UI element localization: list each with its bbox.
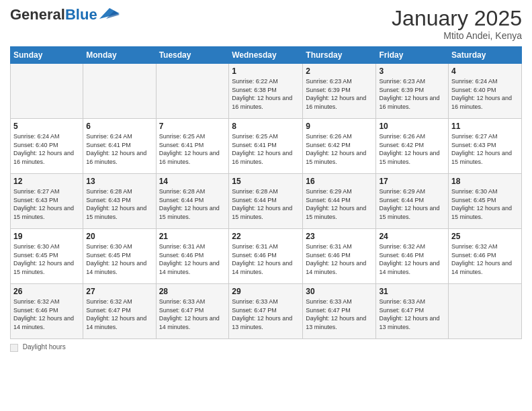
day-info: Sunrise: 6:31 AM Sunset: 6:46 PM Dayligh… xyxy=(306,242,373,276)
calendar-week-row: 26Sunrise: 6:32 AM Sunset: 6:46 PM Dayli… xyxy=(11,284,522,339)
day-number: 17 xyxy=(379,177,445,186)
calendar-week-row: 1Sunrise: 6:22 AM Sunset: 6:38 PM Daylig… xyxy=(11,64,522,119)
day-header-monday: Monday xyxy=(83,47,156,64)
calendar-cell: 12Sunrise: 6:27 AM Sunset: 6:43 PM Dayli… xyxy=(11,174,83,229)
day-info: Sunrise: 6:24 AM Sunset: 6:40 PM Dayligh… xyxy=(13,132,80,166)
day-number: 10 xyxy=(379,122,445,131)
calendar-cell xyxy=(11,64,83,119)
day-number: 24 xyxy=(379,232,445,241)
calendar-cell: 23Sunrise: 6:31 AM Sunset: 6:46 PM Dayli… xyxy=(303,229,376,284)
calendar-header-row: SundayMondayTuesdayWednesdayThursdayFrid… xyxy=(11,47,522,64)
calendar-cell: 8Sunrise: 6:25 AM Sunset: 6:41 PM Daylig… xyxy=(229,119,303,174)
calendar-cell: 13Sunrise: 6:28 AM Sunset: 6:43 PM Dayli… xyxy=(83,174,156,229)
day-number: 20 xyxy=(86,232,152,241)
day-info: Sunrise: 6:29 AM Sunset: 6:44 PM Dayligh… xyxy=(306,187,373,221)
day-info: Sunrise: 6:33 AM Sunset: 6:47 PM Dayligh… xyxy=(159,298,226,331)
day-number: 7 xyxy=(159,122,226,131)
calendar-cell: 31Sunrise: 6:33 AM Sunset: 6:47 PM Dayli… xyxy=(376,284,449,339)
calendar-cell: 9Sunrise: 6:26 AM Sunset: 6:42 PM Daylig… xyxy=(303,119,376,174)
logo-text: GeneralBlue xyxy=(10,7,97,22)
day-number: 13 xyxy=(86,177,152,186)
day-header-wednesday: Wednesday xyxy=(229,47,303,64)
calendar-cell: 24Sunrise: 6:32 AM Sunset: 6:46 PM Dayli… xyxy=(376,229,449,284)
day-info: Sunrise: 6:29 AM Sunset: 6:44 PM Dayligh… xyxy=(379,187,445,221)
calendar-cell: 15Sunrise: 6:28 AM Sunset: 6:44 PM Dayli… xyxy=(229,174,303,229)
day-number: 11 xyxy=(451,122,519,131)
day-info: Sunrise: 6:26 AM Sunset: 6:42 PM Dayligh… xyxy=(379,132,445,166)
day-number: 19 xyxy=(13,232,80,241)
daylight-label: Daylight hours xyxy=(23,343,66,351)
calendar-cell xyxy=(449,284,522,339)
calendar-cell: 3Sunrise: 6:23 AM Sunset: 6:39 PM Daylig… xyxy=(376,64,449,119)
logo-general: General xyxy=(10,6,65,23)
day-info: Sunrise: 6:33 AM Sunset: 6:47 PM Dayligh… xyxy=(379,298,445,331)
calendar-cell: 5Sunrise: 6:24 AM Sunset: 6:40 PM Daylig… xyxy=(11,119,83,174)
daylight-legend: Daylight hours xyxy=(10,343,66,351)
daylight-box xyxy=(10,344,18,352)
day-header-saturday: Saturday xyxy=(449,47,522,64)
day-info: Sunrise: 6:25 AM Sunset: 6:41 PM Dayligh… xyxy=(159,132,226,166)
day-number: 30 xyxy=(306,287,373,296)
logo-icon xyxy=(99,7,120,20)
day-number: 6 xyxy=(86,122,152,131)
day-info: Sunrise: 6:32 AM Sunset: 6:46 PM Dayligh… xyxy=(13,298,80,331)
footer: Daylight hours xyxy=(10,343,522,351)
day-info: Sunrise: 6:28 AM Sunset: 6:44 PM Dayligh… xyxy=(232,187,300,221)
day-number: 16 xyxy=(306,177,373,186)
calendar-table: SundayMondayTuesdayWednesdayThursdayFrid… xyxy=(10,46,522,339)
day-info: Sunrise: 6:30 AM Sunset: 6:45 PM Dayligh… xyxy=(86,242,152,276)
day-info: Sunrise: 6:33 AM Sunset: 6:47 PM Dayligh… xyxy=(306,298,373,331)
day-number: 25 xyxy=(451,232,519,241)
day-number: 15 xyxy=(232,177,300,186)
day-info: Sunrise: 6:28 AM Sunset: 6:43 PM Dayligh… xyxy=(86,187,152,221)
day-info: Sunrise: 6:27 AM Sunset: 6:43 PM Dayligh… xyxy=(13,187,80,221)
calendar-week-row: 5Sunrise: 6:24 AM Sunset: 6:40 PM Daylig… xyxy=(11,119,522,174)
calendar-cell xyxy=(83,64,156,119)
day-info: Sunrise: 6:30 AM Sunset: 6:45 PM Dayligh… xyxy=(13,242,80,276)
calendar-cell: 22Sunrise: 6:31 AM Sunset: 6:46 PM Dayli… xyxy=(229,229,303,284)
day-number: 28 xyxy=(159,287,226,296)
day-number: 9 xyxy=(306,122,373,131)
calendar-cell: 11Sunrise: 6:27 AM Sunset: 6:43 PM Dayli… xyxy=(449,119,522,174)
day-info: Sunrise: 6:25 AM Sunset: 6:41 PM Dayligh… xyxy=(232,132,300,166)
calendar-cell xyxy=(156,64,229,119)
day-number: 26 xyxy=(13,287,80,296)
day-number: 4 xyxy=(451,66,519,76)
calendar-cell: 30Sunrise: 6:33 AM Sunset: 6:47 PM Dayli… xyxy=(303,284,376,339)
calendar-cell: 27Sunrise: 6:32 AM Sunset: 6:47 PM Dayli… xyxy=(83,284,156,339)
day-info: Sunrise: 6:31 AM Sunset: 6:46 PM Dayligh… xyxy=(232,242,300,276)
calendar-cell: 19Sunrise: 6:30 AM Sunset: 6:45 PM Dayli… xyxy=(11,229,83,284)
day-info: Sunrise: 6:32 AM Sunset: 6:46 PM Dayligh… xyxy=(379,242,445,276)
day-header-sunday: Sunday xyxy=(11,47,83,64)
calendar-cell: 20Sunrise: 6:30 AM Sunset: 6:45 PM Dayli… xyxy=(83,229,156,284)
day-info: Sunrise: 6:32 AM Sunset: 6:46 PM Dayligh… xyxy=(451,242,519,276)
day-number: 3 xyxy=(379,66,445,76)
day-info: Sunrise: 6:26 AM Sunset: 6:42 PM Dayligh… xyxy=(306,132,373,166)
day-header-friday: Friday xyxy=(376,47,449,64)
calendar-week-row: 12Sunrise: 6:27 AM Sunset: 6:43 PM Dayli… xyxy=(11,174,522,229)
day-info: Sunrise: 6:22 AM Sunset: 6:38 PM Dayligh… xyxy=(232,77,300,111)
day-info: Sunrise: 6:27 AM Sunset: 6:43 PM Dayligh… xyxy=(451,132,519,166)
day-header-tuesday: Tuesday xyxy=(156,47,229,64)
day-number: 23 xyxy=(306,232,373,241)
logo-blue: Blue xyxy=(65,6,97,23)
title-block: January 2025 Mtito Andei, Kenya xyxy=(392,7,522,41)
day-number: 1 xyxy=(232,66,300,76)
calendar-week-row: 19Sunrise: 6:30 AM Sunset: 6:45 PM Dayli… xyxy=(11,229,522,284)
calendar-cell: 2Sunrise: 6:23 AM Sunset: 6:39 PM Daylig… xyxy=(303,64,376,119)
day-number: 29 xyxy=(232,287,300,296)
day-number: 18 xyxy=(451,177,519,186)
day-info: Sunrise: 6:24 AM Sunset: 6:41 PM Dayligh… xyxy=(86,132,152,166)
day-info: Sunrise: 6:33 AM Sunset: 6:47 PM Dayligh… xyxy=(232,298,300,331)
day-info: Sunrise: 6:24 AM Sunset: 6:40 PM Dayligh… xyxy=(451,77,519,111)
calendar-cell: 26Sunrise: 6:32 AM Sunset: 6:46 PM Dayli… xyxy=(11,284,83,339)
day-number: 27 xyxy=(86,287,152,296)
day-info: Sunrise: 6:28 AM Sunset: 6:44 PM Dayligh… xyxy=(159,187,226,221)
calendar-cell: 25Sunrise: 6:32 AM Sunset: 6:46 PM Dayli… xyxy=(449,229,522,284)
header: GeneralBlue January 2025 Mtito Andei, Ke… xyxy=(10,7,522,41)
calendar-cell: 18Sunrise: 6:30 AM Sunset: 6:45 PM Dayli… xyxy=(449,174,522,229)
location: Mtito Andei, Kenya xyxy=(392,30,522,41)
calendar-cell: 16Sunrise: 6:29 AM Sunset: 6:44 PM Dayli… xyxy=(303,174,376,229)
day-info: Sunrise: 6:30 AM Sunset: 6:45 PM Dayligh… xyxy=(451,187,519,221)
day-number: 2 xyxy=(306,66,373,76)
